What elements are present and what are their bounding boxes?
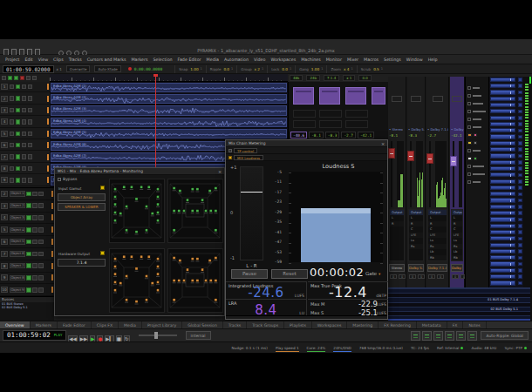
menu-edit[interactable]: Edit bbox=[22, 57, 35, 62]
object-array-button[interactable]: Object Array bbox=[58, 193, 106, 201]
tab-tracks[interactable]: Tracks bbox=[223, 321, 247, 328]
speaker-dot[interactable] bbox=[215, 186, 217, 189]
object-mute-button[interactable] bbox=[32, 215, 38, 220]
reset-button[interactable]: Reset bbox=[271, 269, 308, 279]
speaker-dot[interactable] bbox=[204, 209, 207, 212]
track-arm-button[interactable] bbox=[10, 154, 15, 159]
track-mute-button[interactable] bbox=[22, 166, 27, 172]
checkbox-icon[interactable] bbox=[467, 118, 471, 121]
speaker-dot[interactable] bbox=[113, 273, 116, 275]
menu-help[interactable]: Help bbox=[426, 57, 440, 62]
track-mute-button[interactable] bbox=[22, 143, 27, 148]
close-icon[interactable]: × bbox=[380, 141, 385, 146]
speaker-mute-cell[interactable] bbox=[518, 281, 522, 286]
chase-icon[interactable] bbox=[467, 331, 477, 341]
speaker-dot[interactable] bbox=[173, 299, 175, 301]
pause-button[interactable]: Pause bbox=[231, 269, 268, 279]
speaker-fader-row[interactable] bbox=[489, 172, 524, 179]
speaker-dot[interactable] bbox=[156, 273, 159, 275]
speaker-fader[interactable] bbox=[490, 116, 515, 120]
speaker-fader-row[interactable] bbox=[489, 96, 524, 102]
speaker-fader[interactable] bbox=[490, 186, 515, 190]
speaker-dot[interactable] bbox=[178, 279, 181, 281]
track-arm-button[interactable] bbox=[10, 178, 15, 183]
bypass-checkbox[interactable]: Bypass bbox=[58, 177, 77, 181]
object-mute-button[interactable] bbox=[32, 287, 38, 293]
speaker-mute-cell[interactable] bbox=[518, 91, 522, 95]
speaker-fader[interactable] bbox=[490, 122, 515, 126]
speaker-mute-cell[interactable] bbox=[518, 103, 522, 107]
tab-track-groups[interactable]: Track Groups bbox=[247, 321, 284, 328]
checkbox-box[interactable] bbox=[58, 178, 61, 181]
speaker-fader[interactable] bbox=[490, 179, 515, 184]
speaker-mute-cell[interactable] bbox=[518, 193, 522, 197]
speaker-fader[interactable] bbox=[490, 141, 515, 145]
routing-row[interactable]: R bbox=[390, 221, 404, 227]
speaker-fader[interactable] bbox=[490, 274, 515, 279]
menu-media[interactable]: Media bbox=[204, 57, 222, 62]
speaker-dot[interactable] bbox=[113, 258, 116, 260]
corner-stop-button[interactable] bbox=[2, 76, 6, 80]
speaker-fader-row[interactable] bbox=[489, 267, 524, 274]
track-monitor-button[interactable] bbox=[16, 154, 21, 159]
speaker-dot[interactable] bbox=[156, 258, 159, 260]
audio-clip[interactable]: Edba Abreu A2M (1) bbox=[51, 83, 287, 92]
speaker-dot[interactable] bbox=[196, 209, 199, 212]
track-mute-button[interactable] bbox=[22, 96, 27, 101]
channel-fader[interactable] bbox=[426, 153, 433, 164]
speaker-dot[interactable] bbox=[113, 220, 116, 222]
shuttle-handle[interactable] bbox=[154, 332, 158, 339]
format-field[interactable]: 7.1.4 bbox=[324, 75, 339, 81]
format-field[interactable]: x 1 bbox=[343, 75, 355, 81]
speaker-dot[interactable] bbox=[186, 199, 188, 201]
monitor-option-row[interactable] bbox=[467, 132, 477, 138]
format-field[interactable]: 48k bbox=[290, 75, 303, 81]
speaker-fader-row[interactable] bbox=[489, 280, 524, 287]
speaker-fader-row[interactable] bbox=[489, 109, 524, 115]
speaker-fader[interactable] bbox=[490, 280, 515, 285]
object-monitor-button[interactable] bbox=[26, 263, 31, 268]
track-monitor-button[interactable] bbox=[16, 119, 21, 125]
track-mute-button[interactable] bbox=[22, 84, 27, 90]
menu-settings[interactable]: Settings bbox=[381, 57, 404, 62]
speaker-mute-cell[interactable] bbox=[518, 262, 522, 267]
toolbar-group-gang[interactable]: Gang1.001 bbox=[295, 65, 326, 73]
speaker-dot[interactable] bbox=[178, 209, 181, 212]
edit-mode-field[interactable]: Overwrite bbox=[66, 65, 91, 72]
speaker-fader[interactable] bbox=[490, 172, 515, 177]
insert-slot[interactable] bbox=[411, 96, 421, 102]
speaker-fader-row[interactable] bbox=[489, 179, 524, 185]
insert-slot[interactable] bbox=[433, 96, 443, 102]
speaker-dot[interactable] bbox=[113, 265, 116, 267]
speaker-dot[interactable] bbox=[130, 186, 133, 188]
speaker-dot[interactable] bbox=[182, 209, 185, 212]
strip-mini-field[interactable]: 0 bbox=[452, 274, 459, 279]
speaker-dot[interactable] bbox=[156, 265, 159, 267]
monitor-option-row[interactable] bbox=[467, 117, 481, 122]
speaker-dot[interactable] bbox=[113, 188, 116, 191]
track-mute-button[interactable] bbox=[22, 178, 27, 183]
audio-clip[interactable]: Edba Abreu A2M (2) bbox=[51, 94, 287, 104]
speaker-fader[interactable] bbox=[490, 211, 515, 215]
track-arm-button[interactable] bbox=[10, 84, 15, 90]
object-mute-button[interactable] bbox=[32, 252, 38, 257]
track-arm-button[interactable] bbox=[10, 166, 15, 172]
speaker-dot[interactable] bbox=[151, 282, 153, 285]
corner-lock-button[interactable] bbox=[32, 76, 37, 80]
speaker-mute-cell[interactable] bbox=[518, 147, 522, 152]
speaker-dot[interactable] bbox=[173, 186, 175, 189]
speaker-dot[interactable] bbox=[191, 258, 194, 260]
strip-name-button[interactable]: Dolby 7.1.4 bbox=[451, 264, 463, 272]
speaker-dot[interactable] bbox=[215, 229, 217, 232]
speaker-dot[interactable] bbox=[208, 260, 211, 262]
speaker-dot[interactable] bbox=[156, 220, 159, 222]
speaker-dot[interactable] bbox=[126, 299, 128, 301]
loop-icon[interactable] bbox=[456, 331, 466, 341]
tab-mastering[interactable]: Mastering bbox=[347, 321, 379, 328]
speaker-dot[interactable] bbox=[113, 211, 116, 213]
speaker-dot[interactable] bbox=[140, 186, 143, 188]
speaker-fader[interactable] bbox=[490, 198, 515, 202]
speaker-dot[interactable] bbox=[191, 279, 194, 281]
tab-workspaces[interactable]: Workspaces bbox=[312, 321, 348, 328]
object-monitor-button[interactable] bbox=[26, 252, 31, 257]
